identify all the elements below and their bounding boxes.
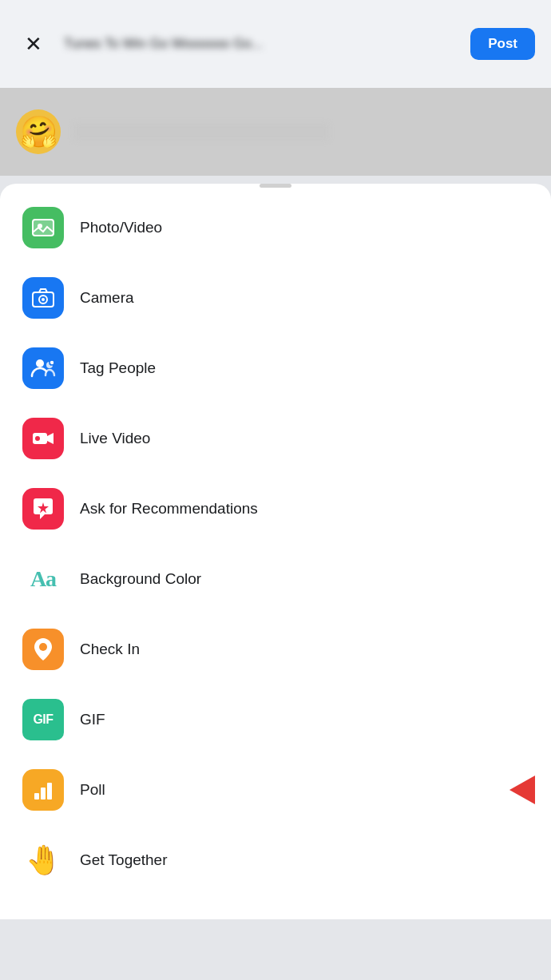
post-title: Tunes To Win Go Woooooo Go... <box>64 36 458 52</box>
close-button[interactable]: ✕ <box>16 26 51 61</box>
get-together-icon: 🤚 <box>22 839 64 881</box>
post-content-area: 🤗 <box>0 88 551 176</box>
get-together-label: Get Together <box>80 851 168 869</box>
menu-item-get-together[interactable]: 🤚 Get Together <box>0 825 551 895</box>
gif-label: GIF <box>80 711 105 728</box>
svg-rect-0 <box>33 220 54 236</box>
svg-rect-14 <box>34 793 39 799</box>
svg-point-11 <box>35 436 40 441</box>
top-bar: ✕ Tunes To Win Go Woooooo Go... Post <box>0 0 551 88</box>
svg-point-5 <box>42 298 45 301</box>
menu-item-live-video[interactable]: Live Video <box>0 403 551 474</box>
menu-item-ask-recommendations[interactable]: Ask for Recommendations <box>0 474 551 544</box>
gif-icon: GIF <box>22 699 64 740</box>
poll-icon <box>22 769 64 811</box>
drag-handle <box>260 184 291 188</box>
svg-rect-16 <box>47 783 52 799</box>
ask-recommendations-label: Ask for Recommendations <box>80 500 258 518</box>
menu-item-background-color[interactable]: Aa Background Color <box>0 544 551 614</box>
menu-item-check-in[interactable]: Check In <box>0 614 551 684</box>
live-video-label: Live Video <box>80 430 150 447</box>
action-sheet: Photo/Video Camera + Tag People <box>0 184 551 919</box>
post-text-preview <box>73 123 329 141</box>
svg-point-6 <box>36 359 44 367</box>
menu-item-poll[interactable]: Poll <box>0 755 551 825</box>
photo-video-icon <box>22 207 64 248</box>
tag-people-label: Tag People <box>80 359 156 377</box>
camera-icon <box>22 277 64 319</box>
live-video-icon <box>22 418 64 459</box>
avatar: 🤗 <box>16 109 61 154</box>
background-color-label: Background Color <box>80 570 201 588</box>
menu-item-tag-people[interactable]: + Tag People <box>0 333 551 403</box>
background-color-icon: Aa <box>22 558 64 600</box>
menu-item-photo-video[interactable]: Photo/Video <box>0 192 551 263</box>
menu-item-camera[interactable]: Camera <box>0 263 551 333</box>
photo-video-label: Photo/Video <box>80 219 162 236</box>
poll-arrow-indicator <box>509 776 535 804</box>
check-in-label: Check In <box>80 641 140 658</box>
menu-item-gif[interactable]: GIF GIF <box>0 684 551 755</box>
recommendations-icon <box>22 488 64 530</box>
camera-label: Camera <box>80 289 134 307</box>
svg-point-13 <box>39 643 47 651</box>
tag-people-icon: + <box>22 347 64 389</box>
poll-label: Poll <box>80 781 105 799</box>
svg-text:+: + <box>50 362 53 367</box>
check-in-icon <box>22 629 64 670</box>
post-button[interactable]: Post <box>470 28 535 60</box>
svg-rect-15 <box>41 788 46 799</box>
